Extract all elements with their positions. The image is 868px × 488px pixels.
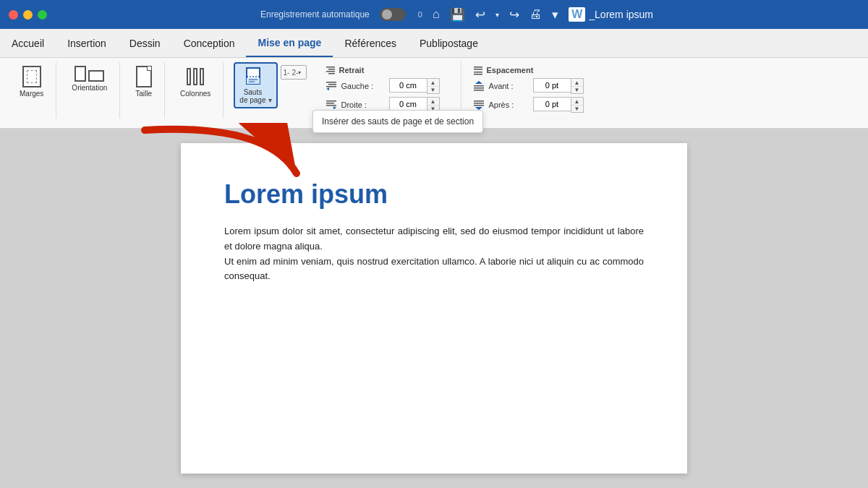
close-button[interactable] [9,10,18,20]
main-content: Accueil Insertion Dessin Conception Mise… [0,29,868,488]
apres-down[interactable]: ▼ [571,105,583,112]
body-line-1: Lorem ipsum dolor sit amet, consectetur … [224,226,644,252]
gauche-label: Gauche : [341,82,385,90]
print-icon[interactable]: 🖨 [529,7,542,22]
gauche-up[interactable]: ▲ [427,79,439,86]
sauts-label: Sautsde page [239,88,265,104]
menu-publipostage[interactable]: Publipostage [408,29,490,57]
droite-input[interactable] [389,97,427,111]
svg-rect-8 [328,73,335,74]
body-line-2: Ut enim ad minim veniam, quis nostrud ex… [224,256,644,282]
orientation-group: Orientation [59,62,120,119]
app-title: W _Lorem ipsum [569,7,653,22]
svg-rect-15 [326,105,336,106]
svg-rect-7 [326,71,335,72]
traffic-lights [9,10,47,20]
document-title: _Lorem ipsum [589,9,653,20]
sauts-group: Sautsde page ▾ 1- 2- ▾ [226,62,313,119]
droite-label: Droite : [341,100,385,109]
sauts-icon [244,67,266,88]
gauche-spinner[interactable]: ▲ ▼ [389,78,440,94]
retrait-section: Retrait Gauche : ▲ ▼ Droite : [317,62,461,116]
avant-icon [473,80,485,92]
colonnes-group: Colonnes [168,62,224,119]
menu-dessin[interactable]: Dessin [118,29,172,57]
menu-insertion[interactable]: Insertion [56,29,118,57]
apres-spinner[interactable]: ▲ ▼ [533,97,584,113]
svg-rect-9 [326,82,336,83]
undo-dropdown-icon[interactable]: ▾ [495,11,499,19]
autosave-toggle[interactable] [380,8,406,21]
svg-rect-26 [474,103,484,104]
menu-accueil[interactable]: Accueil [0,29,56,57]
maximize-button[interactable] [38,10,47,20]
undo-icon[interactable]: ↩ [475,7,485,22]
svg-rect-22 [474,85,484,87]
avant-spinner[interactable]: ▲ ▼ [533,78,584,94]
avant-label: Avant : [489,82,529,90]
menu-mise-en-page[interactable]: Mise en page [246,29,333,57]
number-selector-1[interactable]: 1- 2- ▾ [281,65,307,80]
droite-up[interactable]: ▲ [427,98,439,105]
menu-conception[interactable]: Conception [172,29,247,57]
title-bar-center: Enregistrement automatique 0 ⌂ 💾 ↩ ▾ ↪ 🖨… [54,7,859,22]
svg-marker-12 [326,87,329,90]
menu-references[interactable]: Références [333,29,408,57]
svg-rect-18 [474,69,482,70]
svg-rect-24 [474,90,484,91]
svg-rect-10 [328,84,336,85]
marges-button[interactable]: Marges [14,62,48,101]
home-icon[interactable]: ⌂ [433,7,440,22]
document-area: Lorem ipsum Lorem ipsum dolor sit amet, … [0,129,868,488]
svg-marker-21 [475,81,482,84]
svg-rect-6 [328,69,335,70]
avant-input[interactable] [533,78,571,93]
more-icon[interactable]: ▾ [552,7,558,22]
svg-rect-11 [326,86,336,87]
espacement-section: Espacement Avant : ▲ ▼ Après : [464,62,592,116]
document-page: Lorem ipsum Lorem ipsum dolor sit amet, … [181,143,687,474]
espacement-icon [473,65,483,75]
save-icon[interactable]: 💾 [450,7,465,22]
svg-rect-2 [247,78,260,84]
marges-label: Marges [20,90,43,98]
svg-rect-13 [326,100,336,102]
apres-label: Après : [489,100,529,109]
svg-rect-19 [474,72,482,73]
svg-rect-23 [474,87,484,89]
taille-group: Taille [123,62,165,119]
retrait-icon [326,65,336,75]
redo-icon[interactable]: ↪ [509,7,519,22]
apres-up[interactable]: ▲ [571,98,583,105]
menu-bar: Accueil Insertion Dessin Conception Mise… [0,29,868,58]
document-title-text: Lorem ipsum [224,179,644,210]
svg-rect-14 [326,103,334,104]
sauts-dropdown-icon[interactable]: ▾ [268,96,272,104]
taille-label: Taille [135,90,152,98]
marges-group: Marges [7,62,56,119]
title-bar: Enregistrement automatique 0 ⌂ 💾 ↩ ▾ ↪ 🖨… [0,0,868,29]
svg-rect-25 [474,100,484,102]
colonnes-label: Colonnes [180,90,210,98]
apres-input[interactable] [533,97,571,111]
ribbon: Marges Orientation Taille [0,58,868,129]
svg-rect-27 [474,105,484,106]
gauche-down[interactable]: ▼ [427,86,439,93]
autosave-value: 0 [418,10,422,19]
avant-down[interactable]: ▼ [571,86,583,93]
svg-rect-20 [474,74,482,75]
taille-button[interactable]: Taille [130,62,157,101]
indent-right-icon [326,99,337,111]
autosave-label: Enregistrement automatique [260,9,370,20]
indent-left-icon [326,80,337,92]
svg-rect-17 [474,67,482,68]
colonnes-button[interactable]: Colonnes [175,62,216,101]
orientation-button[interactable]: Orientation [67,62,112,95]
toolbar-icons: ⌂ 💾 ↩ ▾ ↪ 🖨 ▾ [433,7,558,22]
gauche-input[interactable] [389,78,427,93]
svg-marker-16 [333,106,336,109]
minimize-button[interactable] [23,10,33,20]
tooltip: Insérer des sauts de page et de section [312,110,483,133]
sauts-button[interactable]: Sautsde page ▾ [234,62,277,108]
avant-up[interactable]: ▲ [571,79,583,86]
